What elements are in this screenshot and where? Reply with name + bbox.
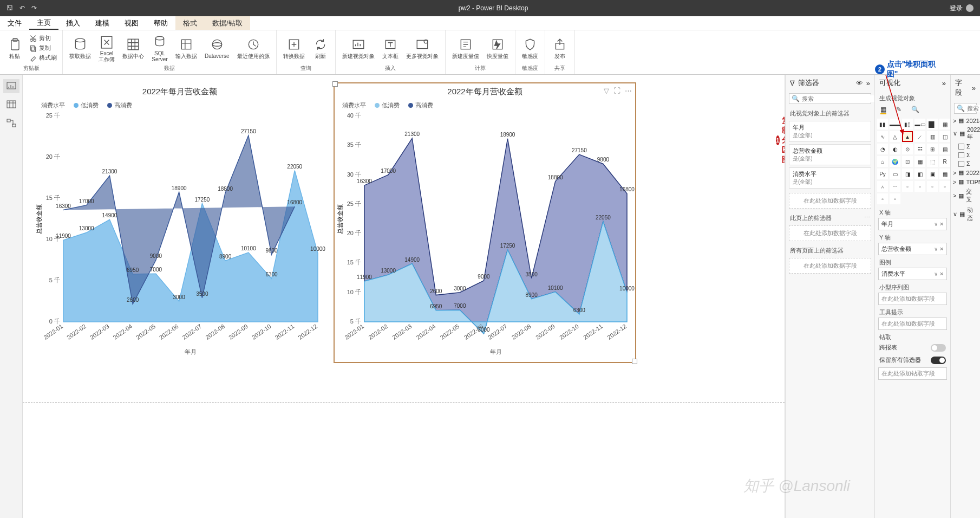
ribbon-更多视觉对象[interactable]: 更多视觉对象 [403, 36, 442, 60]
viz-type-31[interactable]: ⋯ [890, 181, 900, 192]
ribbon-SQLServer[interactable]: SQLServer [148, 33, 171, 63]
viz-type-6[interactable]: ∿ [877, 131, 888, 142]
ribbon-剪切[interactable]: 剪切 [27, 34, 59, 43]
smallmult-well[interactable]: 在此处添加数据字段 [878, 293, 947, 305]
filter-card-消费水平[interactable]: 消费水平是(全部) [789, 167, 871, 189]
ribbon-粘贴[interactable]: 粘贴 [3, 36, 26, 60]
legend-well[interactable]: 消费水平∨ ✕ [878, 268, 947, 280]
ribbon-快度量值[interactable]: 快度量值 [484, 36, 512, 60]
cross-report-toggle[interactable] [931, 344, 946, 352]
viz-type-36[interactable]: ▫ [877, 193, 888, 204]
viz-type-29[interactable]: ▩ [939, 169, 950, 179]
menu-tab-主页[interactable]: 主页 [29, 16, 58, 30]
filter-drop-zone[interactable]: 在此处添加数据字段 [789, 258, 871, 274]
viz-type-8[interactable]: ▲ [902, 131, 913, 142]
viz-type-22[interactable]: ⬚ [927, 156, 938, 167]
collapse-icon[interactable]: » [942, 79, 946, 87]
viz-type-37[interactable]: ▫ [890, 193, 900, 204]
ribbon-获取数据[interactable]: 获取数据 [66, 36, 94, 60]
field-table-2021-[interactable]: >▦2021- [951, 116, 980, 125]
viz-type-1[interactable]: ▬▬ [890, 119, 900, 130]
viz-type-23[interactable]: R [939, 156, 950, 167]
tooltip-well[interactable]: 在此处添加数据字段 [878, 318, 947, 330]
viz-type-4[interactable]: █▌ [927, 119, 938, 130]
viz-type-35[interactable]: ▫ [939, 181, 950, 192]
menu-tab-插入[interactable]: 插入 [58, 16, 88, 30]
yaxis-well[interactable]: 总营收金额∨ ✕ [878, 243, 947, 255]
viz-type-21[interactable]: ▦ [914, 156, 925, 167]
analytics-icon[interactable]: 🔍 [911, 106, 919, 114]
viz-type-25[interactable]: ▭ [890, 169, 900, 179]
viz-type-10[interactable]: ▥ [927, 131, 938, 142]
data-view-icon[interactable] [3, 98, 19, 112]
viz-type-18[interactable]: ⌂ [877, 156, 888, 167]
filter-card-总营收金额[interactable]: 总营收金额是(全部) [789, 144, 871, 165]
viz-type-12[interactable]: ◔ [877, 144, 888, 154]
ribbon-文本框[interactable]: 文本框 [379, 36, 402, 60]
filter-drop-zone[interactable]: 在此处添加数据字段 [789, 225, 871, 241]
eye-icon[interactable]: 👁 [856, 79, 863, 87]
ribbon-刷新[interactable]: 刷新 [309, 36, 332, 60]
ribbon-输入数据[interactable]: 输入数据 [172, 36, 200, 60]
stacked-area-chart-2[interactable]: ▽ ⛶ ⋯ 2022年每月营收金额 消费水平 低消费 高消费 1 复制分区图 5… [335, 83, 635, 362]
ribbon-新建视觉对象[interactable]: 新建视觉对象 [339, 36, 378, 60]
viz-type-0[interactable]: ▮▮ [877, 119, 888, 130]
viz-type-13[interactable]: ◐ [890, 144, 900, 154]
field-table-交叉[interactable]: >▦交叉 [951, 186, 980, 205]
drill-well[interactable]: 在此处添加钻取字段 [878, 367, 947, 380]
ribbon-格式刷[interactable]: 格式刷 [27, 53, 59, 62]
viz-type-30[interactable]: ⟑ [877, 181, 888, 192]
ribbon-转换数据[interactable]: 转换数据 [280, 36, 308, 60]
viz-type-20[interactable]: ⊡ [902, 156, 913, 167]
menu-tab-视图[interactable]: 视图 [117, 16, 146, 30]
ribbon-敏感度[interactable]: 敏感度 [519, 36, 541, 60]
field-table-2022E[interactable]: >▦2022E [951, 168, 980, 177]
ribbon-最近使用的源[interactable]: 最近使用的源 [234, 36, 273, 60]
focus-icon[interactable]: ⛶ [613, 87, 620, 95]
ribbon-Dataverse[interactable]: Dataverse [201, 36, 233, 60]
viz-type-16[interactable]: ⊞ [927, 144, 938, 154]
filter-search[interactable]: 🔍 [789, 93, 871, 104]
menu-tab-建模[interactable]: 建模 [88, 16, 117, 30]
ribbon-发布[interactable]: 发布 [548, 36, 571, 60]
report-view-icon[interactable] [3, 79, 19, 93]
viz-type-3[interactable]: ▬▭ [914, 119, 925, 130]
viz-type-34[interactable]: ▫ [927, 181, 938, 192]
viz-type-14[interactable]: ⊙ [902, 144, 913, 154]
keep-filters-toggle[interactable] [931, 357, 946, 364]
ribbon-复制[interactable]: 复制 [27, 43, 59, 53]
format-visual-icon[interactable]: ✎ [896, 106, 901, 114]
menu-tab-数据/钻取[interactable]: 数据/钻取 [205, 16, 250, 30]
viz-type-17[interactable]: ▤ [939, 144, 950, 154]
save-icon[interactable]: 🖫 [6, 4, 13, 12]
fields-search[interactable]: 🔍 [954, 103, 977, 114]
viz-type-27[interactable]: ◧ [914, 169, 925, 179]
area-chart-1[interactable]: 2022年每月营收金额 消费水平 低消费 高消费 0 千5 千10 千15 千2… [34, 83, 326, 360]
ribbon-数据中心[interactable]: 数据中心 [119, 36, 147, 60]
viz-type-28[interactable]: ▣ [927, 169, 938, 179]
undo-icon[interactable]: ↶ [19, 4, 25, 12]
viz-type-26[interactable]: ◨ [902, 169, 913, 179]
menu-tab-文件[interactable]: 文件 [0, 16, 29, 30]
redo-icon[interactable]: ↷ [31, 4, 37, 12]
ribbon-新建度量值[interactable]: 新建度量值 [449, 36, 482, 60]
menu-tab-帮助[interactable]: 帮助 [146, 16, 175, 30]
xaxis-well[interactable]: 年月∨ ✕ [878, 218, 947, 230]
viz-type-32[interactable]: ▫ [902, 181, 913, 192]
filter-drop-zone[interactable]: 在此处添加数据字段 [789, 193, 871, 209]
menu-tab-格式[interactable]: 格式 [175, 16, 205, 30]
viz-type-2[interactable]: ▮▯ [902, 119, 913, 130]
login-button[interactable]: 登录 [943, 4, 980, 13]
field-table-TOPN[interactable]: >▦TOPN [951, 177, 980, 186]
viz-type-9[interactable]: ⟋ [914, 131, 925, 142]
build-visual-icon[interactable]: ▦ [880, 106, 886, 114]
model-view-icon[interactable] [3, 116, 19, 130]
filter-icon[interactable]: ▽ [604, 87, 609, 95]
viz-type-15[interactable]: ☷ [914, 144, 925, 154]
more-icon[interactable]: ⋯ [625, 87, 632, 95]
ribbon-Excel工作簿[interactable]: Excel工作簿 [95, 33, 118, 63]
viz-type-33[interactable]: ▫ [914, 181, 925, 192]
field-table-动态[interactable]: ∨▦动态 [951, 205, 980, 223]
viz-type-19[interactable]: 🌍 [890, 156, 900, 167]
viz-type-7[interactable]: △ [890, 131, 900, 142]
